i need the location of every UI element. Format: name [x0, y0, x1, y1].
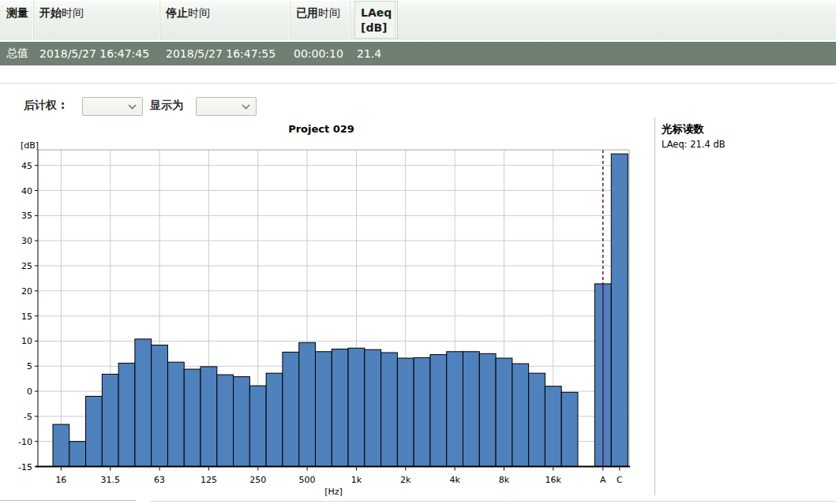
spectrum-bar-6.3k[interactable] [479, 353, 496, 466]
bottom-divider-left [0, 500, 136, 501]
svg-text:63: 63 [154, 475, 165, 485]
spectrum-bar-500[interactable] [299, 342, 316, 466]
spectrum-bar-25[interactable] [86, 396, 103, 466]
svg-text:[dB]: [dB] [21, 140, 39, 151]
spectrum-bar-200[interactable] [234, 377, 250, 467]
col-header-measurement: 测量 [0, 1, 33, 40]
col-header-filler [395, 1, 836, 40]
app-window: 测量 开始时间 停止时间 已用时间 LAeq [dB] 总值 2018/5/27… [0, 0, 836, 504]
svg-text:C: C [617, 475, 623, 485]
svg-text:2k: 2k [400, 475, 411, 485]
svg-text:-15: -15 [18, 462, 32, 472]
spectrum-bar-315[interactable] [266, 373, 283, 466]
laeq-header-selected-box[interactable]: LAeq [dB] [354, 1, 398, 39]
chart-panel-divider [654, 118, 655, 495]
svg-text:-10: -10 [18, 437, 32, 447]
col-header-stop-time: 停止时间 [159, 1, 290, 40]
cursor-readout-panel: 光标读数 LAeq: 21.4 dB [662, 122, 831, 150]
spectrum-bar-31.5[interactable] [102, 374, 118, 466]
spectrum-bar-8k[interactable] [496, 358, 512, 466]
spectrum-bar-630[interactable] [315, 352, 332, 467]
svg-text:25: 25 [21, 261, 32, 271]
row-measurement-name: 总值 [0, 47, 33, 61]
svg-text:10: 10 [21, 336, 32, 346]
svg-text:5: 5 [27, 361, 32, 371]
svg-text:[Hz]: [Hz] [324, 487, 343, 497]
spectrum-bar-2.5k[interactable] [414, 357, 430, 466]
spectrum-bar-10k[interactable] [512, 364, 529, 466]
spectrum-bar-3.15k[interactable] [430, 355, 447, 467]
svg-text:16k: 16k [545, 475, 562, 485]
spectrum-chart-svg[interactable]: 454035302520151050-5-10-151631.563125250… [0, 118, 655, 504]
svg-text:125: 125 [201, 475, 217, 485]
svg-text:20: 20 [21, 286, 32, 297]
svg-text:0: 0 [27, 386, 32, 397]
col-header-elapsed-time: 已用时间 [290, 1, 350, 40]
svg-text:8k: 8k [499, 475, 510, 485]
col-header-stop-rest: 时间 [188, 6, 210, 19]
row-stop-time: 2018/5/27 16:47:55 [159, 47, 290, 60]
svg-text:45: 45 [21, 161, 32, 171]
svg-text:1k: 1k [351, 475, 362, 485]
laeq-header-line2: [dB] [361, 21, 397, 35]
laeq-header-line1: LAeq [361, 6, 397, 21]
row-laeq-value: 21.4 [350, 47, 395, 60]
cursor-laeq-reading: LAeq: 21.4 dB [662, 139, 831, 150]
spectrum-bar-100[interactable] [184, 369, 201, 466]
spectrum-bar-12.5k[interactable] [529, 373, 545, 466]
spectrum-bar-250[interactable] [249, 386, 266, 466]
cursor-readout-title: 光标读数 [662, 122, 831, 136]
col-header-laeq[interactable]: LAeq [dB] [350, 1, 395, 40]
svg-text:500: 500 [299, 475, 316, 485]
svg-text:16: 16 [55, 475, 66, 485]
spectrum-bar-1k[interactable] [348, 348, 365, 466]
col-header-measurement-label: 测量 [6, 6, 28, 19]
spectrum-bar-40[interactable] [118, 363, 135, 466]
svg-text:250: 250 [249, 475, 266, 485]
bottom-divider-right [150, 501, 836, 502]
row-start-time: 2018/5/27 16:47:45 [33, 47, 159, 60]
col-header-start-bold: 开始 [39, 6, 62, 19]
spectrum-bar-C[interactable] [611, 154, 628, 466]
measurement-table: 测量 开始时间 停止时间 已用时间 LAeq [dB] 总值 2018/5/27… [0, 0, 836, 65]
spectrum-bar-1.6k[interactable] [381, 353, 398, 466]
spectrum-bar-1.25k[interactable] [365, 349, 381, 466]
spectrum-bar-20[interactable] [69, 442, 86, 467]
col-header-start-time: 开始时间 [33, 1, 159, 40]
col-header-stop-bold: 停止 [166, 6, 188, 19]
col-header-elapsed-bold: 已用 [296, 6, 318, 19]
measurement-table-header: 测量 开始时间 停止时间 已用时间 LAeq [dB] [0, 0, 836, 40]
spectrum-bar-160[interactable] [217, 375, 234, 466]
spectrum-bar-400[interactable] [283, 352, 299, 466]
filter-bar: 后计权 : 显示为 [0, 93, 655, 121]
spectrum-bar-4k[interactable] [447, 352, 463, 467]
spectrum-bar-63[interactable] [152, 345, 168, 467]
spectrum-bar-5k[interactable] [463, 352, 480, 467]
spectrum-bar-2k[interactable] [397, 358, 414, 466]
header-divider [0, 83, 836, 84]
post-weighting-label: 后计权 : [24, 99, 65, 113]
svg-text:31.5: 31.5 [100, 475, 120, 485]
spectrum-bar-80[interactable] [167, 362, 184, 466]
spectrum-bar-16k[interactable] [545, 386, 561, 467]
spectrum-bar-16[interactable] [53, 424, 69, 466]
svg-text:A: A [600, 475, 606, 485]
spectrum-bar-800[interactable] [332, 349, 348, 467]
spectrum-bar-50[interactable] [135, 339, 152, 467]
svg-text:-5: -5 [24, 412, 32, 422]
col-header-start-rest: 时间 [62, 6, 84, 19]
svg-text:40: 40 [21, 186, 32, 196]
spectrum-bar-125[interactable] [201, 367, 217, 467]
col-header-elapsed-rest: 时间 [318, 6, 340, 19]
table-row-total[interactable]: 总值 2018/5/27 16:47:45 2018/5/27 16:47:55… [0, 42, 836, 65]
display-as-label: 显示为 [150, 99, 183, 113]
row-elapsed-time: 00:00:10 [290, 47, 350, 60]
display-as-select[interactable] [196, 97, 257, 116]
svg-text:4k: 4k [449, 475, 460, 485]
svg-text:30: 30 [21, 236, 32, 246]
spectrum-bar-20k[interactable] [561, 392, 578, 466]
post-weighting-select[interactable] [82, 97, 143, 116]
svg-text:35: 35 [21, 211, 32, 221]
svg-text:15: 15 [21, 312, 32, 322]
